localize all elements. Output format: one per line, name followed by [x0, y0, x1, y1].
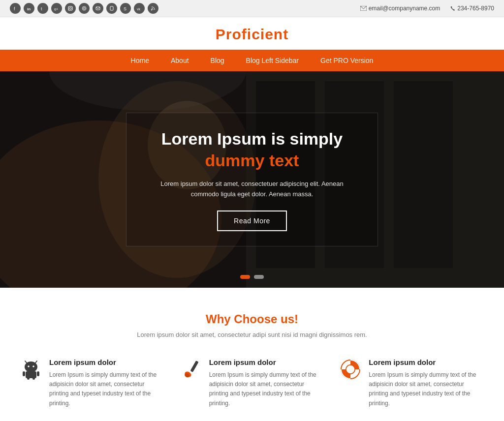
feature-desc-2: Lorem Ipsum is simply dummy text of the …	[209, 370, 325, 408]
hero-dots	[240, 275, 264, 279]
rss-icon[interactable]	[148, 3, 158, 14]
bookmark-icon[interactable]	[106, 3, 117, 14]
svg-line-25	[25, 361, 27, 363]
svg-text:t: t	[41, 6, 42, 11]
hero-read-more-button[interactable]: Read More	[217, 210, 287, 231]
feature-desc-1: Lorem Ipsum is simply dummy text of the …	[49, 370, 165, 408]
feature-title-2: Lorem ipsum dolor	[209, 358, 325, 366]
svg-point-28	[32, 365, 34, 367]
svg-point-5	[69, 7, 71, 9]
svg-text:S: S	[124, 6, 126, 11]
logo-rest: roficient	[226, 26, 288, 42]
hero-title: Lorem Ipsum is simply dummy text	[146, 128, 358, 171]
top-bar: f in t g+ S	[0, 0, 504, 17]
googleplus-icon[interactable]: g+	[51, 3, 62, 14]
feature-text-2: Lorem ipsum dolor Lorem Ipsum is simply …	[209, 358, 325, 408]
svg-text:vk: vk	[137, 7, 141, 11]
hero-content-box: Lorem Ipsum is simply dummy text Lorem i…	[126, 113, 378, 246]
feature-text-1: Lorem ipsum dolor Lorem Ipsum is simply …	[49, 358, 165, 408]
features-grid: Lorem ipsum dolor Lorem Ipsum is simply …	[20, 358, 484, 408]
logo-bar: Proficient	[0, 17, 504, 50]
feature-item-2: Lorem ipsum dolor Lorem Ipsum is simply …	[180, 358, 325, 408]
hero-title-normal: Lorem Ipsum is simply	[161, 129, 343, 148]
social-icons-group: f in t g+ S	[10, 3, 158, 14]
svg-point-27	[28, 365, 30, 367]
settings-icon[interactable]	[79, 3, 90, 14]
vk-icon[interactable]: vk	[134, 3, 145, 14]
svg-rect-31	[37, 371, 39, 376]
why-title-normal: Why	[206, 312, 234, 326]
svg-rect-9	[110, 6, 113, 10]
nav-about[interactable]: About	[160, 50, 200, 71]
phone-text: 234-765-8970	[457, 5, 494, 12]
feature-desc-3: Lorem Ipsum is simply dummy text of the …	[369, 370, 484, 408]
svg-text:in: in	[27, 7, 31, 11]
feature-text-3: Lorem ipsum dolor Lorem Ipsum is simply …	[369, 358, 484, 408]
feature-item-1: Lorem ipsum dolor Lorem Ipsum is simply …	[20, 358, 165, 408]
why-title: Why Choose us!	[20, 312, 484, 326]
svg-point-6	[83, 7, 85, 9]
svg-rect-34	[190, 361, 198, 372]
why-subtitle: Lorem ipsum dolor sit amet, consectetur …	[20, 331, 484, 338]
android-icon	[20, 358, 42, 381]
svg-rect-30	[23, 371, 25, 376]
svg-text:f: f	[14, 6, 15, 11]
twitter-icon[interactable]: t	[37, 3, 48, 14]
nav-home[interactable]: Home	[120, 50, 160, 71]
why-title-orange: Choose us!	[234, 312, 298, 326]
svg-rect-33	[32, 377, 35, 380]
mail-social-icon[interactable]	[93, 3, 103, 14]
email-contact: email@companyname.com	[360, 5, 441, 12]
feature-item-3: Lorem ipsum dolor Lorem Ipsum is simply …	[339, 358, 484, 408]
nav-blog[interactable]: Blog	[200, 50, 235, 71]
logo-p: P	[216, 26, 226, 42]
hero-subtitle: Lorem ipsum dolor sit amet, consectetuer…	[146, 179, 358, 200]
hero-title-orange: dummy text	[205, 151, 299, 170]
instagram-icon[interactable]	[65, 3, 76, 14]
svg-line-26	[35, 361, 37, 363]
navbar: Home About Blog Blog Left Sidebar Get PR…	[0, 50, 504, 71]
svg-point-7	[82, 6, 86, 10]
feature-title-3: Lorem ipsum dolor	[369, 358, 484, 366]
hero-dot-2[interactable]	[254, 275, 264, 279]
nav-blog-left-sidebar[interactable]: Blog Left Sidebar	[235, 50, 310, 71]
why-section: Why Choose us! Lorem ipsum dolor sit ame…	[0, 288, 504, 421]
linkedin-icon[interactable]: in	[24, 3, 34, 14]
svg-rect-32	[27, 377, 30, 380]
svg-rect-29	[26, 371, 36, 378]
contact-info: email@companyname.com 234-765-8970	[360, 5, 494, 12]
site-logo[interactable]: Proficient	[0, 26, 504, 43]
nav-get-pro[interactable]: Get PRO Version	[310, 50, 384, 71]
lifebuoy-icon	[339, 358, 362, 381]
svg-text:g+: g+	[54, 7, 58, 11]
hero-section: Lorem Ipsum is simply dummy text Lorem i…	[0, 71, 504, 288]
feature-title-1: Lorem ipsum dolor	[49, 358, 165, 366]
email-text: email@companyname.com	[369, 5, 441, 12]
svg-rect-4	[68, 6, 72, 10]
facebook-icon[interactable]: f	[10, 3, 21, 14]
skype-icon[interactable]: S	[120, 3, 131, 14]
hero-dot-1[interactable]	[240, 275, 250, 279]
brush-icon	[180, 358, 202, 381]
svg-point-12	[151, 9, 152, 10]
phone-contact: 234-765-8970	[450, 5, 494, 12]
